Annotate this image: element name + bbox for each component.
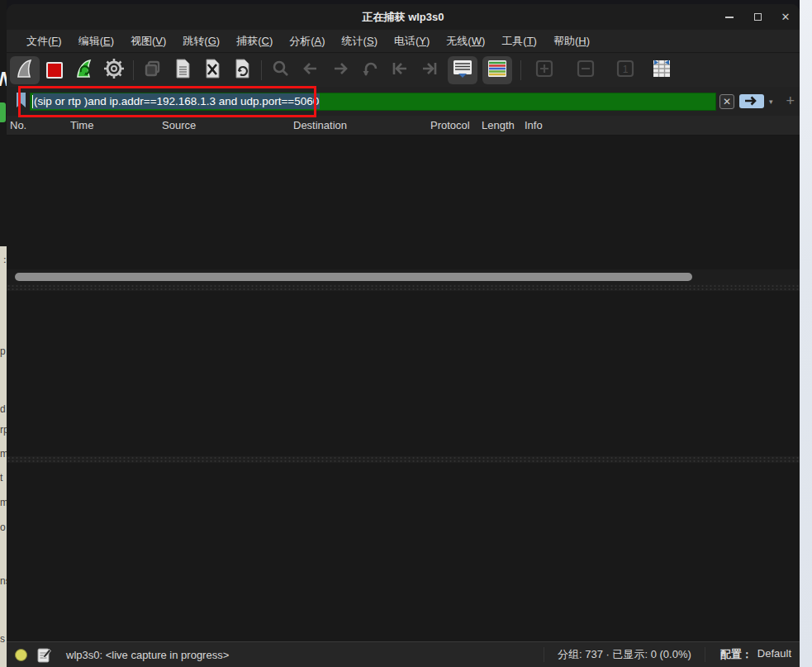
minimize-icon[interactable] [724,12,735,23]
menu-go[interactable]: 跳转(G) [174,31,228,51]
background-page-edge: ： p d rp m t m o ns s [0,246,7,667]
column-source[interactable]: Source [162,119,293,131]
background-letter: p [0,345,6,357]
go-last-button[interactable] [415,56,444,84]
stop-icon [46,62,63,79]
menu-telephony[interactable]: 电话(Y) [386,31,438,51]
restart-fin-icon [74,58,95,83]
menu-view[interactable]: 视图(V) [122,31,174,51]
arrow-right-icon [330,59,350,82]
menubar: 文件(F) 编辑(E) 视图(V) 跳转(G) 捕获(C) 分析(A) 统计(S… [7,30,800,53]
menu-file[interactable]: 文件(F) [18,31,70,51]
save-file-icon [173,58,192,83]
profile-label: 配置： [720,647,753,662]
toolbar-separator [261,60,262,80]
column-info[interactable]: Info [525,119,800,131]
window-title: 正在捕获 wlp3s0 [363,10,444,25]
normal-size-icon: 1 [616,60,634,81]
close-icon[interactable]: ✕ [780,12,791,23]
stop-capture-button[interactable] [40,56,69,84]
packet-bytes-pane [7,463,800,641]
svg-text:1: 1 [623,64,629,75]
zoom-in-icon [535,60,553,81]
maximize-icon[interactable] [752,12,763,23]
go-to-packet-button[interactable] [355,56,385,84]
main-toolbar: 1 [7,54,800,87]
background-letter: s [0,633,5,645]
auto-scroll-button[interactable] [448,56,477,84]
colorize-button[interactable] [482,56,512,84]
background-letter: ： [0,253,7,267]
background-letter: m [0,497,7,508]
background-green-icon [0,102,6,122]
start-capture-button[interactable] [10,56,40,84]
background-letter: W [0,68,7,91]
zoom-in-button[interactable] [529,56,559,84]
profile-selector[interactable]: 配置： Default [705,647,791,662]
resize-columns-icon [651,59,672,82]
column-no[interactable]: No. [10,119,70,131]
zoom-out-button[interactable] [571,56,601,84]
auto-scroll-icon [452,59,473,82]
scrollbar-thumb[interactable] [15,273,692,281]
background-window-left-edge: W ： p d rp m t m o ns s [0,0,7,667]
background-letter: ns [0,575,7,587]
go-next-button[interactable] [325,56,355,84]
toolbar-separator [133,60,134,80]
background-letter: t [0,472,2,484]
pane-splitter[interactable] [7,284,800,291]
gear-icon [103,58,125,83]
status-right-section: 分组: 737 · 已显示: 0 (0.0%) 配置： Default [544,647,791,662]
capture-options-button[interactable] [99,56,129,84]
background-letter: o [0,522,6,533]
zoom-out-icon [577,60,595,81]
menu-tools[interactable]: 工具(T) [493,31,545,51]
capture-comment-icon[interactable] [37,647,51,663]
go-first-button[interactable] [385,56,415,84]
expert-info-icon[interactable] [15,649,27,661]
apply-filter-button[interactable] [739,94,764,108]
column-length[interactable]: Length [482,119,525,131]
filter-dropdown-icon[interactable]: ▾ [769,98,773,106]
reload-file-button[interactable] [227,56,257,84]
menu-capture[interactable]: 捕获(C) [228,31,281,51]
curved-arrow-icon [360,59,380,82]
titlebar[interactable]: 正在捕获 wlp3s0 ✕ [7,4,800,30]
packet-list-header: No. Time Source Destination Protocol Len… [7,116,800,136]
status-bar: wlp3s0: <live capture in progress> 分组: 7… [7,641,800,667]
arrow-bar-left-icon [390,59,410,82]
go-previous-button[interactable] [296,56,325,84]
resize-columns-button[interactable] [647,56,677,84]
close-file-icon [202,58,222,83]
window-controls: ✕ [724,4,791,30]
clear-filter-icon[interactable]: ✕ [719,94,734,109]
pane-splitter[interactable] [7,456,800,463]
column-time[interactable]: Time [70,119,162,131]
column-destination[interactable]: Destination [293,119,430,131]
menu-wireless[interactable]: 无线(W) [438,31,493,51]
reload-file-icon [232,58,252,83]
horizontal-scrollbar [7,269,800,284]
save-file-button[interactable] [168,56,197,84]
apply-arrow-icon [743,94,760,109]
normal-size-button[interactable]: 1 [610,56,640,84]
open-file-button[interactable] [138,56,168,84]
restart-capture-button[interactable] [69,56,99,84]
menu-analyze[interactable]: 分析(A) [281,31,333,51]
background-letter: d [0,403,6,415]
arrow-bar-right-icon [420,59,439,82]
close-file-button[interactable] [197,56,227,84]
search-icon [271,59,291,82]
shark-fin-icon [14,58,36,83]
menu-edit[interactable]: 编辑(E) [70,31,122,51]
column-protocol[interactable]: Protocol [430,119,482,131]
menu-statistics[interactable]: 统计(S) [334,31,386,51]
menu-help[interactable]: 帮助(H) [545,31,598,51]
find-packet-button[interactable] [266,56,296,84]
annotation-red-box [18,86,316,117]
background-letter: rp [0,424,7,436]
profile-value: Default [757,647,791,662]
colorize-icon [487,59,508,82]
add-filter-button-icon[interactable]: + [786,93,795,110]
packet-list-pane [7,136,800,269]
